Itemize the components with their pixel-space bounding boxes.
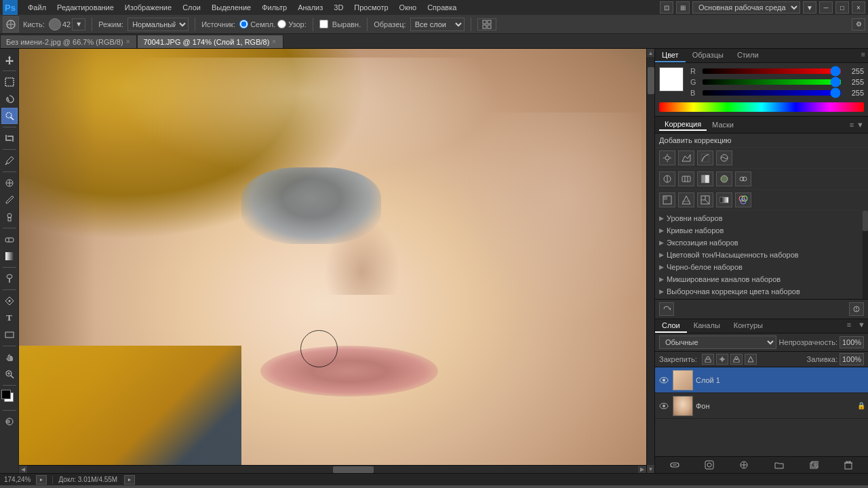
- lock-all-btn[interactable]: [730, 354, 743, 365]
- tab-0-close[interactable]: ×: [126, 38, 130, 45]
- screen-mode-btn[interactable]: ⊡: [660, 1, 673, 14]
- eyedropper-tool[interactable]: [1, 152, 18, 169]
- brush-tool[interactable]: [1, 192, 18, 208]
- adj-icon-levels[interactable]: [678, 150, 694, 165]
- new-layer-btn[interactable]: [806, 459, 821, 471]
- tab-swatches[interactable]: Образцы: [686, 49, 730, 62]
- move-tool[interactable]: [1, 52, 18, 68]
- vertical-scrollbar[interactable]: ▲ ▼: [646, 49, 654, 473]
- layer-0-visibility[interactable]: [658, 374, 670, 386]
- layer-item-1[interactable]: Фон 🔒: [655, 393, 868, 419]
- add-adjustment-btn[interactable]: [736, 459, 751, 471]
- opacity-input[interactable]: [840, 336, 864, 348]
- horizontal-scrollbar[interactable]: ◀ ▶: [19, 465, 646, 473]
- delete-layer-btn[interactable]: [841, 459, 856, 471]
- optbar-settings-btn[interactable]: ⚙: [852, 18, 865, 30]
- add-mask-btn[interactable]: [702, 459, 717, 471]
- adj-icon-selectivecolor[interactable]: [735, 192, 751, 207]
- tab-1[interactable]: 70041.JPG @ 174% (Слой 1, RGB/8) ×: [137, 35, 283, 48]
- screen-mode2-btn[interactable]: ⊞: [676, 1, 690, 14]
- adj-icon-huesat[interactable]: [678, 171, 694, 186]
- shape-tool[interactable]: [1, 327, 18, 343]
- menu-view[interactable]: Просмотр: [349, 2, 393, 13]
- adj-scrollbar[interactable]: [863, 211, 868, 299]
- adj-icon-channelmix[interactable]: [735, 171, 751, 186]
- adj-icon-vibrance[interactable]: [659, 171, 675, 186]
- scroll-thumb[interactable]: [648, 67, 654, 94]
- pen-tool[interactable]: [1, 293, 18, 309]
- marquee-tool[interactable]: [1, 74, 18, 90]
- menu-layers[interactable]: Слои: [178, 2, 205, 13]
- layers-panel-menu[interactable]: ≡: [844, 319, 854, 333]
- close-btn[interactable]: ×: [852, 1, 865, 14]
- adj-scrollbar-thumb[interactable]: [863, 211, 868, 231]
- clone-stamp-tool[interactable]: [1, 209, 18, 225]
- color-swatch[interactable]: [659, 67, 684, 92]
- align-checkbox[interactable]: [319, 20, 328, 28]
- fg-bg-colors[interactable]: [1, 390, 18, 406]
- menu-window[interactable]: Окно: [395, 2, 422, 13]
- adj-cycle-btn[interactable]: [659, 302, 674, 316]
- tab-color[interactable]: Цвет: [655, 49, 686, 62]
- adj-item-1[interactable]: ▶ Кривые наборов: [655, 224, 868, 237]
- hscroll-track[interactable]: [27, 466, 638, 473]
- menu-3d[interactable]: 3D: [329, 2, 348, 13]
- workspace-settings-btn[interactable]: ▼: [803, 1, 816, 14]
- menu-edit[interactable]: Редактирование: [52, 2, 119, 13]
- adj-icon-colorlookup[interactable]: [659, 192, 675, 207]
- layers-panel-collapse[interactable]: ▼: [855, 319, 868, 333]
- scroll-track[interactable]: [648, 57, 654, 465]
- gradient-tool[interactable]: [1, 248, 18, 264]
- source-radio-pattern[interactable]: [277, 20, 286, 28]
- lasso-tool[interactable]: [1, 91, 18, 107]
- zoom-indicator-btn[interactable]: [36, 475, 47, 485]
- quick-mask-btn[interactable]: [1, 413, 18, 430]
- menu-file[interactable]: Файл: [23, 2, 51, 13]
- adj-icon-gradientmap[interactable]: [716, 192, 732, 207]
- adj-icon-curves[interactable]: [697, 150, 713, 165]
- adj-item-4[interactable]: ▶ Черно-белое наборов: [655, 261, 868, 273]
- add-group-btn[interactable]: [772, 459, 787, 471]
- adj-item-3[interactable]: ▶ Цветовой тон/Насыщенность наборов: [655, 249, 868, 261]
- hscroll-right-btn[interactable]: ▶: [638, 466, 646, 474]
- doc-size-btn[interactable]: [124, 475, 135, 485]
- adj-icon-bw[interactable]: [697, 171, 713, 186]
- layer-1-visibility[interactable]: [658, 400, 670, 412]
- source-radio-sample[interactable]: [239, 20, 248, 28]
- lock-pixels-btn[interactable]: [702, 354, 714, 365]
- quick-select-tool[interactable]: [1, 108, 18, 124]
- adj-tab-correction[interactable]: Коррекция: [659, 119, 707, 131]
- adj-icon-solarize[interactable]: [697, 192, 713, 207]
- brush-dropdown-btn[interactable]: ▼: [72, 18, 85, 30]
- hand-tool[interactable]: [1, 349, 18, 365]
- tab-layers[interactable]: Слои: [655, 319, 687, 333]
- tool-icon[interactable]: [3, 16, 19, 33]
- hscroll-left-btn[interactable]: ◀: [19, 466, 27, 474]
- scroll-down-btn[interactable]: ▼: [647, 465, 655, 473]
- color-panel-menu[interactable]: ≡: [859, 49, 868, 62]
- adj-action-btn[interactable]: [849, 302, 864, 316]
- sample-layer-dropdown[interactable]: Все слои: [410, 18, 465, 31]
- text-tool[interactable]: T: [1, 310, 18, 326]
- adj-tab-masks[interactable]: Маски: [707, 119, 739, 130]
- heal-tool[interactable]: [1, 175, 18, 191]
- extra-btn[interactable]: [477, 18, 496, 30]
- blend-mode-dropdown[interactable]: Обычные: [659, 336, 776, 349]
- crop-tool[interactable]: [1, 130, 18, 146]
- tab-1-close[interactable]: ×: [272, 38, 276, 45]
- fill-input[interactable]: [840, 353, 864, 365]
- canvas-area[interactable]: ▲ ▼ ◀ ▶: [19, 49, 654, 473]
- hscroll-thumb[interactable]: [333, 466, 374, 473]
- adj-item-6[interactable]: ▶ Выборочная коррекция цвета наборов: [655, 285, 868, 298]
- mode-dropdown[interactable]: Нормальный: [127, 18, 189, 31]
- workspace-dropdown[interactable]: Основная рабочая среда: [692, 1, 800, 14]
- b-slider[interactable]: [703, 90, 841, 96]
- tab-paths[interactable]: Контуры: [727, 319, 770, 333]
- menu-analysis[interactable]: Анализ: [293, 2, 328, 13]
- lock-pos-btn[interactable]: [716, 354, 728, 365]
- color-spectrum[interactable]: [659, 102, 864, 112]
- menu-filter[interactable]: Фильтр: [257, 2, 292, 13]
- adj-item-5[interactable]: ▶ Микширование каналов наборов: [655, 273, 868, 285]
- menu-image[interactable]: Изображение: [120, 2, 176, 13]
- tab-0[interactable]: Без имени-2.jpg @ 66.7% (RGB/8) ×: [0, 35, 137, 48]
